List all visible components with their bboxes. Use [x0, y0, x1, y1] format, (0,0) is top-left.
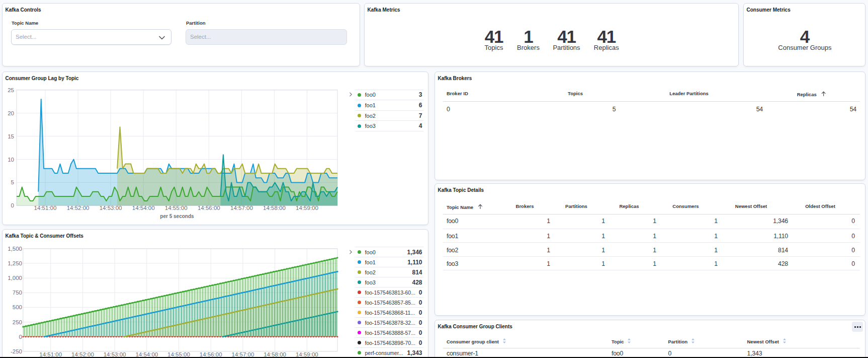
svg-text:5: 5 — [11, 179, 14, 185]
svg-text:14:58:00: 14:58:00 — [263, 205, 286, 211]
svg-text:-250: -250 — [11, 348, 22, 354]
svg-text:750: 750 — [13, 290, 22, 296]
svg-text:14:54:00: 14:54:00 — [132, 205, 155, 211]
svg-text:14:52:00: 14:52:00 — [67, 205, 90, 211]
svg-text:14:56:00: 14:56:00 — [198, 205, 220, 211]
svg-text:0: 0 — [19, 334, 22, 340]
svg-text:14:57:00: 14:57:00 — [230, 205, 253, 211]
svg-text:1,250: 1,250 — [8, 260, 22, 266]
svg-text:1,000: 1,000 — [8, 275, 22, 281]
svg-text:14:55:00: 14:55:00 — [165, 205, 188, 211]
svg-text:14:53:00: 14:53:00 — [100, 205, 122, 211]
svg-text:per 5 seconds: per 5 seconds — [160, 213, 194, 219]
svg-text:250: 250 — [13, 319, 22, 325]
svg-text:25: 25 — [8, 87, 14, 93]
svg-text:15: 15 — [8, 133, 14, 139]
svg-text:20: 20 — [8, 110, 14, 116]
svg-text:10: 10 — [8, 157, 14, 163]
svg-text:14:51:00: 14:51:00 — [34, 205, 57, 211]
svg-text:500: 500 — [13, 304, 22, 310]
svg-text:0: 0 — [11, 202, 14, 208]
svg-text:1,500: 1,500 — [8, 246, 22, 252]
svg-text:14:59:00: 14:59:00 — [296, 205, 318, 211]
